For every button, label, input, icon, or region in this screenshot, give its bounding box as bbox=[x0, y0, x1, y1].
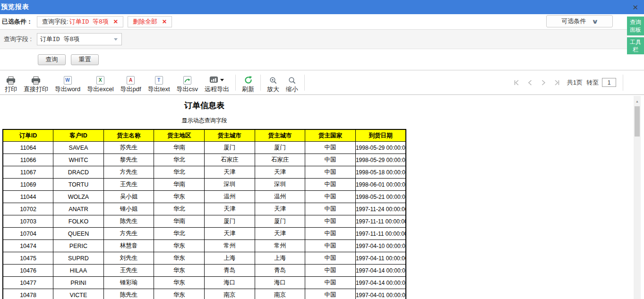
tab-query-panel-line2: 面板 bbox=[627, 26, 644, 34]
export-text-button[interactable]: T 导出text bbox=[145, 73, 173, 92]
next-page-icon[interactable] bbox=[537, 78, 550, 87]
table-cell: 刘先生 bbox=[103, 252, 154, 265]
refresh-button[interactable]: 刷新 bbox=[239, 73, 258, 92]
condition-tag-query-field[interactable]: 查询字段: 订单ID 等8项 ✕ bbox=[37, 16, 123, 27]
table-cell: 华东 bbox=[154, 252, 205, 265]
scroll-up-icon[interactable]: ▲ bbox=[634, 99, 641, 104]
export-text-label: 导出text bbox=[148, 86, 170, 92]
table-cell: SAVEA bbox=[53, 142, 104, 154]
table-cell: 10474 bbox=[3, 240, 53, 252]
excel-file-icon: X bbox=[96, 76, 104, 85]
table-cell: 天津 bbox=[255, 166, 305, 179]
table-cell: PRINI bbox=[53, 277, 104, 289]
remove-all-conditions-icon[interactable]: ✕ bbox=[162, 18, 167, 25]
zoom-out-button[interactable]: 缩小 bbox=[283, 73, 301, 92]
text-letter: T bbox=[155, 76, 163, 85]
table-cell: 中国 bbox=[305, 154, 356, 166]
column-header: 客户ID bbox=[53, 129, 104, 142]
export-word-button[interactable]: W 导出word bbox=[52, 73, 84, 92]
table-cell: 王先生 bbox=[103, 265, 154, 277]
table-cell: 石家庄 bbox=[255, 154, 305, 166]
table-row: 10704QUEEN方先生华北天津天津中国1997-11-11 00:00:00 bbox=[3, 228, 406, 240]
query-button[interactable]: 查询 bbox=[38, 54, 66, 65]
table-cell: 青岛 bbox=[205, 265, 255, 277]
table-row: 11067DRACD方先生华北天津天津中国1998-05-18 00:00:00 bbox=[3, 166, 406, 179]
table-cell: 中国 bbox=[305, 215, 356, 228]
export-excel-button[interactable]: X 导出excel bbox=[84, 73, 117, 92]
goto-label: 转至 bbox=[586, 78, 599, 87]
print-label: 打印 bbox=[5, 86, 17, 92]
table-cell: 1997-04-11 00:00:00 bbox=[355, 252, 406, 265]
refresh-label: 刷新 bbox=[242, 86, 254, 92]
toolbar-separator bbox=[235, 75, 236, 91]
report-title: 订单信息表 bbox=[2, 100, 406, 111]
query-field-select[interactable]: 订单ID 等8项 bbox=[37, 33, 122, 45]
condition-tag-value: 订单ID 等8项 bbox=[69, 17, 109, 26]
export-excel-label: 导出excel bbox=[87, 86, 113, 92]
column-header: 货主城市 bbox=[205, 129, 255, 142]
table-cell: 青岛 bbox=[255, 265, 305, 277]
table-cell: 方先生 bbox=[103, 166, 154, 179]
export-pdf-button[interactable]: A 导出pdf bbox=[117, 73, 145, 92]
table-row: 10702ANATR锺小姐华北天津天津中国1997-11-24 00:00:00 bbox=[3, 203, 406, 215]
total-pages-label: 共1页 bbox=[567, 78, 583, 87]
table-cell: 10477 bbox=[3, 277, 53, 289]
direct-print-label: 直接打印 bbox=[24, 86, 48, 92]
table-cell: 陈先生 bbox=[103, 289, 154, 299]
table-cell: 1997-04-10 00:00:00 bbox=[355, 240, 406, 252]
csv-file-icon bbox=[183, 76, 191, 85]
table-cell: 海口 bbox=[205, 277, 255, 289]
first-page-icon[interactable] bbox=[510, 78, 524, 87]
vertical-scrollbar[interactable]: ▲ bbox=[634, 96, 641, 299]
report-subtitle: 显示动态查询字段 bbox=[2, 117, 406, 125]
optional-conditions-button[interactable]: 可选条件 ∨ bbox=[546, 15, 613, 27]
table-cell: 华北 bbox=[154, 228, 205, 240]
table-cell: 华东 bbox=[154, 240, 205, 252]
table-cell: 华东 bbox=[154, 265, 205, 277]
scrollbar-thumb[interactable] bbox=[635, 106, 640, 137]
toolbar-separator bbox=[304, 75, 305, 91]
tab-query-panel[interactable]: 查询 面板 bbox=[627, 17, 644, 35]
table-row: 10478VICTE陈先生华东南京南京中国1997-04-01 00:00:00 bbox=[3, 289, 406, 299]
close-icon[interactable]: ✕ bbox=[632, 4, 638, 11]
tab-toolbar-line1: 工具 bbox=[627, 38, 644, 46]
column-header: 货主城市 bbox=[255, 129, 305, 142]
last-page-icon[interactable] bbox=[550, 78, 563, 87]
table-cell: 林慧音 bbox=[103, 240, 154, 252]
table-cell: 海口 bbox=[255, 277, 305, 289]
column-header: 货主国家 bbox=[305, 129, 356, 142]
table-cell: 10702 bbox=[3, 203, 53, 215]
query-field-select-value: 订单ID 等8项 bbox=[40, 35, 79, 43]
condition-tag-prefix: 查询字段: bbox=[42, 17, 69, 26]
table-cell: 深圳 bbox=[255, 179, 305, 191]
table-cell: 温州 bbox=[255, 191, 305, 203]
table-row: 11064SAVEA苏先生华南厦门厦门中国1998-05-29 00:00:00 bbox=[3, 142, 406, 154]
tab-toolbar[interactable]: 工具 栏 bbox=[627, 37, 644, 54]
table-row: 11044WOLZA吴小姐华东温州温州中国1998-05-21 00:00:00 bbox=[3, 191, 406, 203]
column-header: 到货日期 bbox=[355, 129, 406, 142]
table-row: 11066WHITC黎先生华北石家庄石家庄中国1998-05-29 00:00:… bbox=[3, 154, 406, 166]
word-letter: W bbox=[64, 76, 72, 85]
reset-button[interactable]: 重置 bbox=[71, 54, 99, 65]
remove-condition-icon[interactable]: ✕ bbox=[113, 18, 118, 25]
print-button[interactable]: 打印 bbox=[1, 73, 20, 92]
remote-export-label: 远程导出 bbox=[205, 86, 229, 92]
order-table-header: 订单ID客户ID货主名称货主地区货主城市货主城市货主国家到货日期 bbox=[3, 129, 406, 142]
zoom-in-label: 放大 bbox=[267, 86, 279, 92]
zoom-in-button[interactable]: 放大 bbox=[264, 73, 283, 92]
table-cell: 中国 bbox=[305, 240, 356, 252]
table-cell: 上海 bbox=[205, 252, 255, 265]
export-csv-button[interactable]: 导出csv bbox=[173, 73, 202, 92]
toolbar-separator bbox=[260, 75, 261, 91]
table-cell: 华南 bbox=[154, 179, 205, 191]
page-number-input[interactable] bbox=[602, 78, 616, 87]
remote-export-button[interactable]: 远程导出 bbox=[201, 73, 232, 92]
titlebar: 预览报表 ✕ bbox=[0, 0, 644, 14]
table-cell: 华北 bbox=[154, 203, 205, 215]
table-cell: FOLKO bbox=[53, 215, 104, 228]
table-cell: 常州 bbox=[205, 240, 255, 252]
previous-page-icon[interactable] bbox=[524, 78, 537, 87]
dropdown-caret-icon[interactable] bbox=[220, 79, 224, 81]
direct-print-button[interactable]: 直接打印 bbox=[20, 73, 52, 92]
condition-tag-delete-all[interactable]: 删除全部 ✕ bbox=[128, 16, 172, 27]
